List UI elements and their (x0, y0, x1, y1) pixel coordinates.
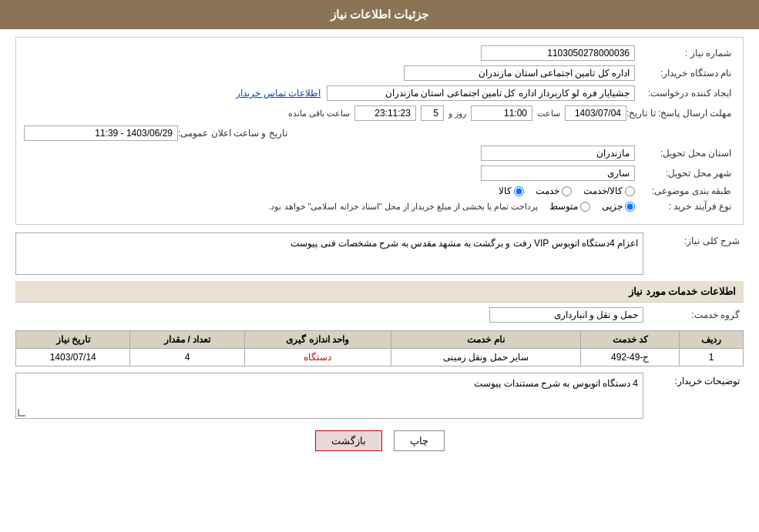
print-button[interactable]: چاپ (394, 430, 445, 451)
mohlet-rooz-label: روز و (448, 109, 466, 119)
mohlet-label: مهلت ارسال پاسخ: تا تاریخ: (626, 108, 735, 119)
ijad-konande-row: ایجاد کننده درخواست: جشیایار فره لو کارب… (24, 85, 735, 101)
sharh-value: اعزام 4دستگاه اتوبوس VIP رفت و برگشت به … (15, 233, 643, 275)
shomare-niaz-label: شماره نیاز : (635, 48, 735, 59)
tosehat-box: 4 دستگاه اتوبوس به شرح مستندات پیوست (15, 373, 643, 419)
col-radif: ردیف (680, 331, 744, 349)
grooh-khedmat-row: گروه خدمت: حمل و نقل و انبارداری (15, 307, 744, 323)
radio-khedmat-label: خدمت (536, 186, 559, 196)
grooh-khedmat-label: گروه خدمت: (643, 309, 744, 320)
mohlet-saet-label: ساعت (537, 109, 560, 119)
noe-farayand-text: پرداخت تمام یا بخشی از مبلغ خریدار از مح… (268, 202, 538, 212)
shahr-label: شهر محل تحویل: (635, 168, 735, 179)
radio-kala: کالا (499, 186, 524, 196)
page-title: جزئیات اطلاعات نیاز (331, 8, 428, 21)
mohlet-rooz: 5 (421, 105, 444, 121)
radio-kala-khedmat-input[interactable] (625, 186, 635, 196)
etelaat-link[interactable]: اطلاعات تماس خریدار (236, 88, 321, 99)
content-area: شماره نیاز : 1103050278000036 نام دستگاه… (0, 29, 759, 470)
tabaghebandi-label: طبقه بندی موضوعی: (635, 186, 735, 196)
mohlet-date-row: 1403/07/04 ساعت 11:00 روز و 5 23:11:23 س… (288, 105, 626, 121)
cell-tedad: 4 (130, 349, 244, 366)
cell-kod: ح-49-492 (581, 349, 680, 366)
table-row: 1 ح-49-492 سایر حمل ونقل زمینی دستگاه 4 … (16, 349, 744, 366)
nam-dastgah-value: اداره کل تامین اجتماعی استان مازندران (404, 65, 635, 81)
radio-jozei: جزیی (602, 201, 635, 212)
grooh-khedmat-value: حمل و نقل و انبارداری (489, 307, 643, 323)
ostan-row: استان محل تحویل: مازندران (24, 146, 735, 161)
mohlet-mande-label: ساعت باقی مانده (288, 109, 350, 119)
nam-dastgah-label: نام دستگاه خریدار: (635, 68, 735, 79)
radio-jozei-label: جزیی (602, 201, 623, 212)
col-kod: کد خدمت (581, 331, 680, 349)
sharh-container: اعزام 4دستگاه اتوبوس VIP رفت و برگشت به … (15, 233, 643, 275)
mohlet-date: 1403/07/04 (565, 105, 626, 121)
sharh-watermark-area: اعزام 4دستگاه اتوبوس VIP رفت و برگشت به … (15, 233, 643, 275)
resize-icon (18, 409, 25, 417)
tosehat-value: 4 دستگاه اتوبوس به شرح مستندات پیوست (21, 378, 638, 389)
cell-vahed: دستگاه (244, 349, 391, 366)
radio-khedmat-input[interactable] (562, 186, 572, 196)
tosehat-row: توضیحات خریدار: 4 دستگاه اتوبوس به شرح م… (15, 373, 744, 419)
mohlet-row: مهلت ارسال پاسخ: تا تاریخ: 1403/07/04 سا… (24, 105, 735, 121)
table-section: ردیف کد خدمت نام خدمت واحد اندازه گیری ت… (15, 330, 744, 366)
tarikh-elan-value: 1403/06/29 - 11:39 (24, 125, 178, 141)
page-wrapper: جزئیات اطلاعات نیاز شماره نیاز : 1103050… (0, 0, 759, 532)
col-vahed: واحد اندازه گیری (244, 331, 391, 349)
radio-kala-label: کالا (499, 186, 512, 196)
cell-tarikh: 1403/07/14 (16, 349, 130, 366)
col-tarikh: تاریخ نیاز (16, 331, 130, 349)
page-header: جزئیات اطلاعات نیاز (0, 0, 759, 29)
khadamat-title: اطلاعات خدمات مورد نیاز (15, 281, 744, 303)
shahr-row: شهر محل تحویل: ساری (24, 166, 735, 181)
tarikh-elan-label: تاریخ و ساعت اعلان عمومی: (178, 128, 291, 139)
shomare-niaz-row: شماره نیاز : 1103050278000036 (24, 45, 735, 61)
tosehat-label: توضیحات خریدار: (643, 373, 744, 386)
services-table: ردیف کد خدمت نام خدمت واحد اندازه گیری ت… (15, 330, 744, 366)
ostan-value: مازندران (481, 146, 635, 161)
noe-farayand-row: نوع فرآیند خرید : جزیی متوسط پرداخت تمام… (24, 201, 735, 212)
ijad-konande-label: ایجاد کننده درخواست: (635, 88, 735, 99)
back-button[interactable]: بازگشت (315, 430, 382, 451)
mohlet-saet: 11:00 (471, 105, 532, 121)
radio-motavasit-label: متوسط (549, 201, 578, 212)
mohlet-mande: 23:11:23 (354, 105, 416, 121)
tarikh-elan-row: تاریخ و ساعت اعلان عمومی: 1403/06/29 - 1… (24, 125, 735, 141)
radio-kala-khedmat: کالا/خدمت (583, 186, 635, 196)
sharh-label: شرح کلی نیاز: (643, 233, 744, 246)
table-body: 1 ح-49-492 سایر حمل ونقل زمینی دستگاه 4 … (16, 349, 744, 366)
ostan-label: استان محل تحویل: (635, 148, 735, 159)
buttons-row: چاپ بازگشت (15, 430, 744, 463)
tabaghebandi-radios: کالا/خدمت خدمت کالا (499, 186, 635, 196)
radio-kala-khedmat-label: کالا/خدمت (583, 186, 623, 196)
noe-farayand-label: نوع فرآیند خرید : (635, 201, 735, 212)
sharh-row: شرح کلی نیاز: اعزام 4دستگاه اتوبوس VIP ر… (15, 233, 744, 275)
cell-radif: 1 (680, 349, 744, 366)
shahr-value: ساری (481, 166, 635, 181)
radio-motavasit-input[interactable] (580, 202, 590, 212)
ijad-konande-value: جشیایار فره لو کاربرداز اداره کل تامین ا… (327, 85, 635, 101)
col-tedad: تعداد / مقدار (130, 331, 244, 349)
info-section: شماره نیاز : 1103050278000036 نام دستگاه… (15, 37, 744, 225)
shomare-niaz-value: 1103050278000036 (481, 45, 635, 61)
radio-khedmat: خدمت (536, 186, 572, 196)
radio-kala-input[interactable] (514, 186, 524, 196)
nam-dastgah-row: نام دستگاه خریدار: اداره کل تامین اجتماع… (24, 65, 735, 81)
table-header: ردیف کد خدمت نام خدمت واحد اندازه گیری ت… (16, 331, 744, 349)
table-header-row: ردیف کد خدمت نام خدمت واحد اندازه گیری ت… (16, 331, 744, 349)
cell-nam: سایر حمل ونقل زمینی (391, 349, 581, 366)
radio-jozei-input[interactable] (625, 202, 635, 212)
noe-farayand-radios: جزیی متوسط پرداخت تمام یا بخشی از مبلغ خ… (268, 201, 635, 212)
col-nam: نام خدمت (391, 331, 581, 349)
radio-motavasit: متوسط (549, 201, 590, 212)
tabaghebandi-row: طبقه بندی موضوعی: کالا/خدمت خدمت کالا (24, 186, 735, 196)
